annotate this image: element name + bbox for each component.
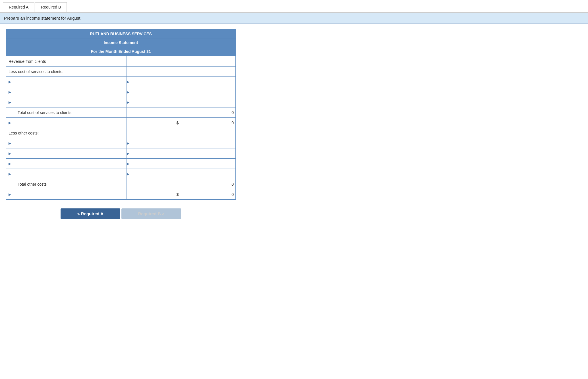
row-label-input9[interactable]: ▶ bbox=[6, 148, 127, 159]
arrow-icon: ▶ bbox=[9, 100, 11, 104]
input-cost1-mid[interactable] bbox=[130, 77, 179, 87]
input-total-cost-mid[interactable] bbox=[127, 107, 179, 117]
input-total-other-mid[interactable] bbox=[127, 179, 179, 189]
input-other4-mid[interactable] bbox=[130, 169, 179, 179]
table-row: ▶ ▶ bbox=[6, 138, 236, 148]
table-row: ▶ ▶ bbox=[6, 87, 236, 97]
table-row: ▶ ▶ bbox=[6, 77, 236, 87]
row-right-dollar-val: 0 bbox=[181, 118, 236, 128]
bottom-navigation: < Required A Required B > bbox=[6, 208, 236, 219]
row-mid-input11[interactable]: ▶ bbox=[127, 169, 181, 179]
table-row: Total other costs 0 bbox=[6, 179, 236, 189]
row-right-input10 bbox=[181, 159, 236, 169]
arrow-icon: ▶ bbox=[9, 172, 11, 176]
input-cost3-label[interactable] bbox=[12, 97, 127, 107]
tab-required-a[interactable]: Required A bbox=[3, 2, 34, 12]
row-right-input9 bbox=[181, 148, 236, 159]
tab-required-b[interactable]: Required B bbox=[35, 2, 67, 12]
table-row: ▶ ▶ bbox=[6, 97, 236, 107]
row-label-total-other: Total other costs bbox=[6, 179, 127, 189]
row-mid-total-other[interactable] bbox=[127, 179, 181, 189]
table-row: ▶ ▶ bbox=[6, 159, 236, 169]
arrow-icon: ▶ bbox=[9, 121, 11, 125]
row-label-revenue: Revenue from clients bbox=[6, 56, 127, 67]
tabs-container: Required A Required B bbox=[0, 0, 588, 13]
row-label-less-other: Less other costs: bbox=[6, 128, 127, 138]
row-right-input8 bbox=[181, 138, 236, 148]
row-right-input3 bbox=[181, 87, 236, 97]
row-right-input11 bbox=[181, 169, 236, 179]
arrow-icon: ▶ bbox=[9, 90, 11, 94]
row-right-input4 bbox=[181, 97, 236, 107]
row-mid-less-cost bbox=[127, 67, 181, 77]
row-label-input4[interactable]: ▶ bbox=[6, 97, 127, 107]
input-cost1-label[interactable] bbox=[12, 77, 127, 87]
arrow-icon: ▶ bbox=[9, 192, 11, 196]
arrow-icon: ▶ bbox=[127, 80, 129, 84]
input-other3-label[interactable] bbox=[12, 159, 127, 169]
row-mid-dollar2: $ bbox=[127, 189, 181, 200]
input-cost3-mid[interactable] bbox=[130, 97, 179, 107]
table-row: Less other costs: bbox=[6, 128, 236, 138]
input-revenue-right[interactable] bbox=[181, 56, 234, 66]
row-mid-input4[interactable]: ▶ bbox=[127, 97, 181, 107]
row-right-less-other bbox=[181, 128, 236, 138]
input-cost2-mid[interactable] bbox=[130, 87, 179, 97]
table-header-period: For the Month Ended August 31 bbox=[6, 47, 236, 56]
table-header-title: Income Statement bbox=[6, 38, 236, 47]
row-label-input10[interactable]: ▶ bbox=[6, 159, 127, 169]
arrow-icon: ▶ bbox=[9, 80, 11, 84]
row-mid-input3[interactable]: ▶ bbox=[127, 87, 181, 97]
income-statement-table: RUTLAND BUSINESS SERVICES Income Stateme… bbox=[6, 29, 236, 200]
input-revenue-mid[interactable] bbox=[127, 56, 179, 66]
instruction-bar: Prepare an income statement for August. bbox=[0, 13, 588, 24]
row-right-total-other: 0 bbox=[181, 179, 236, 189]
table-row: ▶ $ 0 bbox=[6, 118, 236, 128]
required-b-button[interactable]: Required B > bbox=[121, 208, 181, 219]
row-mid-input10[interactable]: ▶ bbox=[127, 159, 181, 169]
arrow-icon: ▶ bbox=[127, 90, 129, 94]
row-right-total-cost: 0 bbox=[181, 107, 236, 118]
arrow-icon: ▶ bbox=[127, 172, 129, 176]
row-mid-total-cost[interactable] bbox=[127, 107, 181, 118]
input-other3-mid[interactable] bbox=[130, 159, 179, 169]
row-mid-less-other bbox=[127, 128, 181, 138]
row-right-less-cost bbox=[181, 67, 236, 77]
row-right-input2 bbox=[181, 77, 236, 87]
arrow-icon: ▶ bbox=[127, 162, 129, 166]
table-row: ▶ ▶ bbox=[6, 148, 236, 159]
input-other2-mid[interactable] bbox=[130, 148, 179, 158]
arrow-icon: ▶ bbox=[127, 141, 129, 145]
table-row: Less cost of services to clients: bbox=[6, 67, 236, 77]
row-label-input3[interactable]: ▶ bbox=[6, 87, 127, 97]
arrow-icon: ▶ bbox=[9, 152, 11, 156]
input-cost2-label[interactable] bbox=[12, 87, 127, 97]
row-mid-revenue[interactable] bbox=[127, 56, 181, 67]
arrow-icon: ▶ bbox=[9, 162, 11, 166]
input-other2-label[interactable] bbox=[12, 148, 127, 158]
input-gross-label[interactable] bbox=[12, 118, 127, 128]
row-label-total-cost: Total cost of services to clients bbox=[6, 107, 127, 118]
row-mid-input9[interactable]: ▶ bbox=[127, 148, 181, 159]
row-mid-input8[interactable]: ▶ bbox=[127, 138, 181, 148]
table-row: Revenue from clients bbox=[6, 56, 236, 67]
row-right-dollar2-val: 0 bbox=[181, 189, 236, 200]
arrow-icon: ▶ bbox=[127, 152, 129, 156]
required-a-button[interactable]: < Required A bbox=[61, 208, 120, 219]
row-label-input2[interactable]: ▶ bbox=[6, 77, 127, 87]
input-other1-mid[interactable] bbox=[130, 138, 179, 148]
row-label-input6[interactable]: ▶ bbox=[6, 118, 127, 128]
row-label-input8[interactable]: ▶ bbox=[6, 138, 127, 148]
input-other1-label[interactable] bbox=[12, 138, 127, 148]
input-net-income-label[interactable] bbox=[12, 189, 127, 199]
arrow-icon: ▶ bbox=[9, 141, 11, 145]
row-right-revenue[interactable] bbox=[181, 56, 236, 67]
row-label-input11[interactable]: ▶ bbox=[6, 169, 127, 179]
input-other4-label[interactable] bbox=[12, 169, 127, 179]
main-content: RUTLAND BUSINESS SERVICES Income Stateme… bbox=[0, 24, 588, 225]
arrow-icon: ▶ bbox=[127, 100, 129, 104]
table-row: Total cost of services to clients 0 bbox=[6, 107, 236, 118]
table-row: ▶ $ 0 bbox=[6, 189, 236, 200]
row-label-input13[interactable]: ▶ bbox=[6, 189, 127, 200]
row-mid-input2[interactable]: ▶ bbox=[127, 77, 181, 87]
